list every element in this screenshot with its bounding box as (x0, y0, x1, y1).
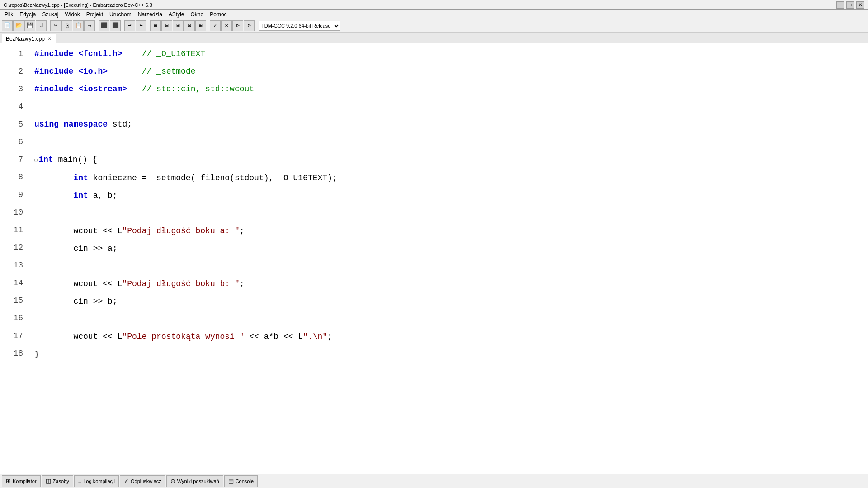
line-num-1: 1 (7, 45, 23, 63)
tab-close-icon[interactable]: ✕ (47, 36, 51, 41)
wyniki-icon: ⊙ (170, 478, 175, 484)
status-wyniki[interactable]: ⊙ Wyniki poszukiwań (166, 475, 223, 487)
save-all-button[interactable]: 🖫 (36, 20, 47, 31)
run-button[interactable]: ⊳ (232, 20, 243, 31)
line-num-17: 17 (7, 327, 23, 345)
menu-edycja[interactable]: Edycja (17, 11, 38, 18)
line-num-2: 2 (7, 63, 23, 80)
line-num-8: 8 (7, 169, 23, 186)
zasoby-icon: ◫ (46, 478, 51, 484)
tab-label: BezNazwy1.cpp (6, 36, 45, 42)
tab-beznazwy1[interactable]: BezNazwy1.cpp ✕ (2, 34, 56, 43)
run2-button[interactable]: ⊳ (244, 20, 255, 31)
kompilator-icon: ⊞ (6, 478, 11, 484)
paste-button[interactable]: 📋 (73, 20, 84, 31)
line-num-6: 6 (7, 133, 23, 151)
debug-icon: ✓ (124, 478, 129, 484)
line-num-7: 7 (7, 151, 23, 169)
cut-button[interactable]: ✂ (50, 20, 61, 31)
compile-grid-5[interactable]: ⊞ (195, 20, 206, 31)
toolbar-group-run: ✓ ✕ ⊳ ⊳ (210, 20, 255, 31)
copy-button[interactable]: ⎘ (61, 20, 72, 31)
title-bar-controls: – □ ✕ (836, 1, 864, 9)
close-button[interactable]: ✕ (856, 1, 864, 9)
console-icon: ▤ (228, 478, 234, 484)
undo-button[interactable]: ↩ (124, 20, 135, 31)
line-num-14: 14 (7, 274, 23, 292)
indent-button[interactable]: ⇥ (84, 20, 95, 31)
compile-grid-2[interactable]: ⊟ (161, 20, 172, 31)
toolbar-group-compile: ⊞ ⊟ ⊞ ⊠ ⊞ (150, 20, 206, 31)
status-console[interactable]: ▤ Console (224, 475, 258, 487)
menu-okno[interactable]: Okno (188, 11, 207, 18)
line-num-4: 4 (7, 98, 23, 116)
maximize-button[interactable]: □ (846, 1, 854, 9)
open-button[interactable]: 📂 (13, 20, 24, 31)
menu-uruchom[interactable]: Uruchom (107, 11, 134, 18)
status-kompilator[interactable]: ⊞ Kompilator (2, 475, 41, 487)
line-num-18: 18 (7, 345, 23, 362)
stop-button[interactable]: ✕ (221, 20, 232, 31)
line-num-5: 5 (7, 116, 23, 133)
line-num-15: 15 (7, 292, 23, 310)
menu-pomoc[interactable]: Pomoc (207, 11, 229, 18)
menu-bar: Plik Edycja Szukaj Widok Projekt Uruchom… (0, 10, 868, 19)
check-button[interactable]: ✓ (210, 20, 221, 31)
toolbar: 📄 📂 💾 🖫 ✂ ⎘ 📋 ⇥ ⬛ ⬛ ↩ ↪ ⊞ ⊟ ⊞ ⊠ ⊞ ✓ ✕ ⊳ … (0, 19, 868, 33)
zasoby-label: Zasoby (53, 479, 69, 484)
line-num-3: 3 (7, 80, 23, 98)
debug-label: Odpluskwiacz (131, 479, 161, 484)
line-num-11: 11 (7, 221, 23, 239)
line-num-16: 16 (7, 310, 23, 327)
compile-grid-1[interactable]: ⊞ (150, 20, 161, 31)
editor: 1 2 3 4 5 6 7 8 9 10 11 12 13 14 15 16 1… (0, 43, 868, 474)
new-button[interactable]: 📄 (2, 20, 13, 31)
menu-plik[interactable]: Plik (2, 11, 16, 18)
line-num-10: 10 (7, 204, 23, 221)
minimize-button[interactable]: – (836, 1, 844, 9)
line-numbers: 1 2 3 4 5 6 7 8 9 10 11 12 13 14 15 16 1… (0, 43, 27, 474)
line-num-13: 13 (7, 257, 23, 274)
log-label: Log kompilacji (83, 479, 115, 484)
status-log[interactable]: ≡ Log kompilacji (74, 475, 119, 487)
code-area[interactable]: #include <fcntl.h> // _O_U16TEXT #includ… (27, 43, 868, 474)
console-label: Console (236, 479, 254, 484)
toolbar-group-edit: ✂ ⎘ 📋 ⇥ (50, 20, 95, 31)
menu-astyle[interactable]: AStyle (166, 11, 187, 18)
toolbar-group-undo: ↩ ↪ (124, 20, 146, 31)
compile-grid-3[interactable]: ⊞ (173, 20, 184, 31)
nav-button-2[interactable]: ⬛ (110, 20, 121, 31)
save-button[interactable]: 💾 (24, 20, 35, 31)
menu-widok[interactable]: Widok (62, 11, 82, 18)
title-bar: C:\repos\BezNazwy1.cpp - [Executing] - E… (0, 0, 868, 10)
compiler-select[interactable]: TDM-GCC 9.2.0 64-bit Release (259, 21, 340, 31)
tab-bar: BezNazwy1.cpp ✕ (0, 33, 868, 43)
toolbar-group-file: 📄 📂 💾 🖫 (2, 20, 47, 31)
status-zasoby[interactable]: ◫ Zasoby (42, 475, 73, 487)
redo-button[interactable]: ↪ (136, 20, 146, 31)
line-num-12: 12 (7, 239, 23, 257)
status-debug[interactable]: ✓ Odpluskwiacz (120, 475, 165, 487)
wyniki-label: Wyniki poszukiwań (177, 479, 219, 484)
toolbar-group-nav: ⬛ ⬛ (99, 20, 121, 31)
log-icon: ≡ (78, 478, 82, 484)
nav-button-1[interactable]: ⬛ (99, 20, 109, 31)
compile-grid-4[interactable]: ⊠ (184, 20, 195, 31)
kompilator-label: Kompilator (13, 479, 37, 484)
title-bar-text: C:\repos\BezNazwy1.cpp - [Executing] - E… (4, 2, 152, 8)
line-num-9: 9 (7, 186, 23, 204)
menu-szukaj[interactable]: Szukaj (39, 11, 61, 18)
menu-projekt[interactable]: Projekt (84, 11, 106, 18)
status-bar: ⊞ Kompilator ◫ Zasoby ≡ Log kompilacji ✓… (0, 474, 868, 488)
menu-narzedzia[interactable]: Narzędzia (135, 11, 165, 18)
